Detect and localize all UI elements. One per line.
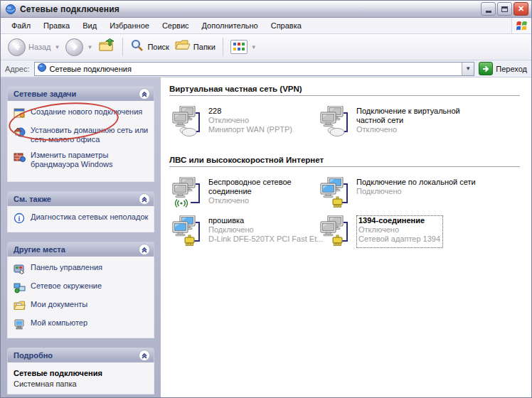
- connection-text: Беспроводное сетевое соединениеОтключено: [208, 177, 317, 210]
- panel-header-details[interactable]: Подробно: [7, 348, 154, 362]
- toolbar-separator: [223, 38, 223, 56]
- info-icon: i: [14, 213, 26, 225]
- details-folder-desc: Системная папка: [14, 380, 149, 388]
- panel-header-see-also[interactable]: См. также: [7, 191, 154, 206]
- panel-title: Другие места: [14, 245, 65, 254]
- connection-text: прошивкаПодключеноD-Link DFE-520TX PCI F…: [208, 215, 323, 248]
- connection-text: Подключение к виртуальной частной сетиОт…: [356, 106, 477, 139]
- section-grid-lan: Беспроводное сетевое соединениеОтключено…: [169, 177, 524, 248]
- menu-item-дополнительно[interactable]: Дополнительно: [196, 19, 265, 32]
- connection-status: Отключено: [208, 196, 317, 205]
- section-header-vpn: Виртуальная частная сеть (VPN): [169, 83, 520, 96]
- panel-header-network-tasks[interactable]: Сетевые задачи: [7, 86, 154, 101]
- maximize-button[interactable]: [497, 2, 512, 16]
- minimize-button[interactable]: [481, 2, 496, 16]
- sidebar-panel-other-places: Другие местаПанель управленияСетевое окр…: [7, 242, 154, 338]
- up-folder-icon: [98, 38, 115, 56]
- connection-item-vpn-228[interactable]: 228ОтключеноМинипорт WAN (PPTP): [169, 106, 317, 139]
- address-value: Сетевые подключения: [50, 65, 462, 73]
- back-button[interactable]: Назад ▼: [5, 37, 63, 58]
- sidebar-item-label: Мои документы: [31, 300, 87, 312]
- search-label: Поиск: [147, 43, 169, 51]
- search-button[interactable]: Поиск: [127, 37, 171, 57]
- connection-item-firewire-1394[interactable]: 1394-соединениеОтключеноСетевой адаптер …: [317, 215, 524, 248]
- sidebar-panel-network-tasks: Сетевые задачиСоздание нового подключени…: [7, 86, 154, 182]
- address-input[interactable]: Сетевые подключения ▼: [34, 62, 475, 76]
- panel-body-details: Сетевые подключенияСистемная папка: [7, 362, 154, 394]
- sidebar-item-label: Сетевое окружение: [31, 281, 102, 294]
- sidebar: Сетевые задачиСоздание нового подключени…: [1, 77, 161, 397]
- connection-item-proshivka[interactable]: прошивкаПодключеноD-Link DFE-520TX PCI F…: [169, 215, 317, 248]
- vpn-connection-icon: [169, 106, 203, 139]
- back-icon: [8, 38, 26, 56]
- address-dropdown-button[interactable]: ▼: [462, 63, 474, 75]
- connection-device: Минипорт WAN (PPTP): [208, 125, 292, 134]
- menu-item-сервис[interactable]: Сервис: [156, 19, 196, 32]
- connection-status: Отключено: [208, 116, 292, 125]
- home-network-icon: [14, 126, 26, 138]
- connection-name: 228: [208, 107, 292, 116]
- sidebar-item-setup-home-network[interactable]: Установить домашнюю сеть или сеть малого…: [14, 126, 149, 144]
- network-folder-icon: [37, 63, 47, 75]
- menu-bar: ФайлПравкаВидИзбранноеСервисДополнительн…: [1, 18, 531, 34]
- connection-item-vpn-connection[interactable]: Подключение к виртуальной частной сетиОт…: [317, 106, 524, 139]
- sidebar-item-network-places[interactable]: Сетевое окружение: [14, 281, 149, 294]
- connection-device: D-Link DFE-520TX PCI Fast Et...: [208, 235, 323, 244]
- menu-item-избранное[interactable]: Избранное: [103, 19, 156, 32]
- folders-button[interactable]: Папки: [172, 38, 218, 56]
- forward-icon: [65, 38, 83, 56]
- sidebar-item-control-panel[interactable]: Панель управления: [14, 263, 149, 275]
- sidebar-item-label: Мой компьютер: [31, 318, 87, 330]
- sidebar-item-network-troubleshooter[interactable]: iДиагностика сетевых неполадок: [14, 213, 149, 225]
- up-button[interactable]: [95, 36, 118, 58]
- menu-item-файл[interactable]: Файл: [5, 19, 37, 32]
- svg-text:i: i: [18, 215, 21, 222]
- collapse-chevron-icon[interactable]: [139, 244, 150, 255]
- go-button[interactable]: Переход: [479, 62, 527, 75]
- views-button[interactable]: ▼: [228, 38, 260, 55]
- connection-name: Подключение по локальной сети: [356, 178, 476, 187]
- sidebar-item-my-computer[interactable]: Мой компьютер: [14, 318, 149, 330]
- forward-dropdown-icon[interactable]: ▼: [87, 44, 92, 50]
- go-arrow-icon: [479, 62, 493, 75]
- sidebar-item-change-firewall-settings[interactable]: Изменить параметры брандмауэра Windows: [14, 151, 149, 169]
- toolbar-separator: [122, 38, 123, 56]
- panel-body-other-places: Панель управленияСетевое окружениеМои до…: [7, 257, 154, 338]
- panel-body-network-tasks: Создание нового подключенияУстановить до…: [7, 101, 154, 182]
- sidebar-item-label: Диагностика сетевых неполадок: [31, 213, 148, 225]
- panel-title: Подробно: [14, 351, 53, 360]
- connection-status: Отключено: [356, 125, 477, 134]
- back-label: Назад: [28, 43, 51, 51]
- connection-item-local-area-connection[interactable]: Подключение по локальной сетиПодключено: [317, 177, 524, 210]
- collapse-chevron-icon[interactable]: [139, 193, 150, 205]
- sidebar-item-label: Создание нового подключения: [31, 107, 142, 119]
- folders-icon: [175, 39, 191, 55]
- title-bar: Сетевые подключения ✕: [1, 1, 531, 18]
- close-button[interactable]: ✕: [514, 2, 528, 16]
- forward-button[interactable]: ▼: [63, 37, 95, 58]
- collapse-chevron-icon[interactable]: [139, 350, 150, 361]
- search-icon: [130, 38, 144, 55]
- lan-connection-icon: [317, 215, 351, 248]
- views-dropdown-icon[interactable]: ▼: [251, 44, 257, 50]
- maximize-icon: [501, 6, 508, 12]
- firewall-icon: [14, 151, 26, 163]
- connection-device: Сетевой адаптер 1394: [358, 235, 440, 244]
- control-panel-icon: [14, 263, 26, 275]
- content-area: Сетевые задачиСоздание нового подключени…: [1, 77, 531, 397]
- address-label: Адрес:: [5, 65, 30, 73]
- menu-item-справка[interactable]: Справка: [265, 19, 308, 32]
- connection-text: 1394-соединениеОтключеноСетевой адаптер …: [356, 215, 443, 248]
- menu-item-вид[interactable]: Вид: [76, 19, 103, 32]
- sidebar-item-label: Изменить параметры брандмауэра Windows: [31, 151, 149, 169]
- menu-item-правка[interactable]: Правка: [37, 19, 76, 32]
- my-computer-icon: [14, 318, 26, 330]
- panel-header-other-places[interactable]: Другие места: [7, 242, 154, 257]
- collapse-chevron-icon[interactable]: [139, 88, 150, 100]
- sidebar-item-my-documents[interactable]: Мои документы: [14, 300, 149, 312]
- sidebar-item-create-new-connection[interactable]: Создание нового подключения: [14, 107, 149, 119]
- connection-status: Отключено: [358, 225, 440, 235]
- connections-list: Виртуальная частная сеть (VPN)228Отключе…: [161, 77, 531, 397]
- back-dropdown-icon[interactable]: ▼: [55, 44, 60, 50]
- connection-item-wireless-connection[interactable]: Беспроводное сетевое соединениеОтключено: [169, 177, 317, 210]
